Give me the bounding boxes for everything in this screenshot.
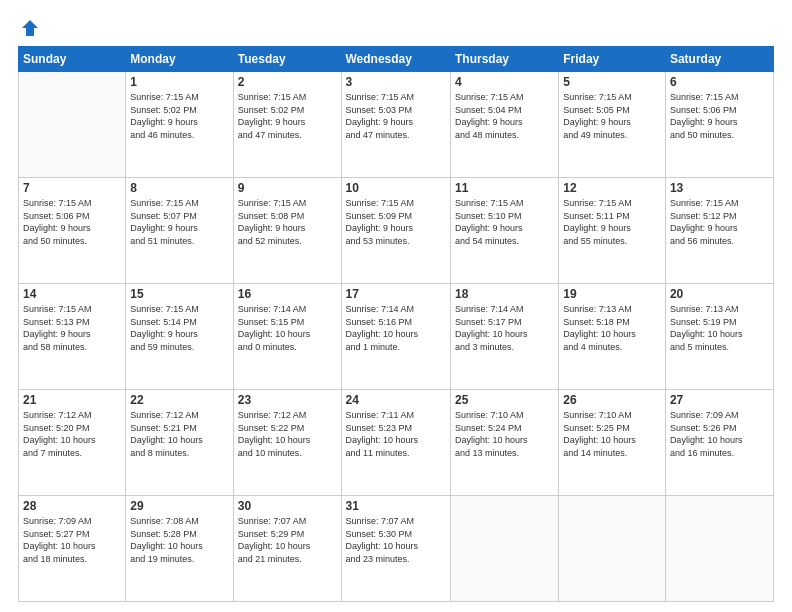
day-number: 11 <box>455 181 554 195</box>
day-cell: 5Sunrise: 7:15 AM Sunset: 5:05 PM Daylig… <box>559 72 666 178</box>
day-number: 3 <box>346 75 446 89</box>
day-info: Sunrise: 7:15 AM Sunset: 5:14 PM Dayligh… <box>130 303 228 353</box>
day-cell: 11Sunrise: 7:15 AM Sunset: 5:10 PM Dayli… <box>450 178 558 284</box>
calendar-header-row: SundayMondayTuesdayWednesdayThursdayFrid… <box>19 47 774 72</box>
day-cell <box>559 496 666 602</box>
day-info: Sunrise: 7:12 AM Sunset: 5:22 PM Dayligh… <box>238 409 337 459</box>
column-header-sunday: Sunday <box>19 47 126 72</box>
day-info: Sunrise: 7:15 AM Sunset: 5:08 PM Dayligh… <box>238 197 337 247</box>
day-cell: 8Sunrise: 7:15 AM Sunset: 5:07 PM Daylig… <box>126 178 233 284</box>
day-number: 25 <box>455 393 554 407</box>
day-info: Sunrise: 7:07 AM Sunset: 5:30 PM Dayligh… <box>346 515 446 565</box>
day-info: Sunrise: 7:11 AM Sunset: 5:23 PM Dayligh… <box>346 409 446 459</box>
week-row-1: 1Sunrise: 7:15 AM Sunset: 5:02 PM Daylig… <box>19 72 774 178</box>
column-header-saturday: Saturday <box>665 47 773 72</box>
day-info: Sunrise: 7:15 AM Sunset: 5:09 PM Dayligh… <box>346 197 446 247</box>
day-cell: 1Sunrise: 7:15 AM Sunset: 5:02 PM Daylig… <box>126 72 233 178</box>
column-header-tuesday: Tuesday <box>233 47 341 72</box>
day-cell: 6Sunrise: 7:15 AM Sunset: 5:06 PM Daylig… <box>665 72 773 178</box>
day-cell: 18Sunrise: 7:14 AM Sunset: 5:17 PM Dayli… <box>450 284 558 390</box>
day-cell: 7Sunrise: 7:15 AM Sunset: 5:06 PM Daylig… <box>19 178 126 284</box>
day-cell: 15Sunrise: 7:15 AM Sunset: 5:14 PM Dayli… <box>126 284 233 390</box>
day-number: 16 <box>238 287 337 301</box>
day-info: Sunrise: 7:15 AM Sunset: 5:06 PM Dayligh… <box>23 197 121 247</box>
logo <box>18 18 40 38</box>
day-info: Sunrise: 7:15 AM Sunset: 5:06 PM Dayligh… <box>670 91 769 141</box>
day-info: Sunrise: 7:09 AM Sunset: 5:26 PM Dayligh… <box>670 409 769 459</box>
day-cell: 4Sunrise: 7:15 AM Sunset: 5:04 PM Daylig… <box>450 72 558 178</box>
day-info: Sunrise: 7:09 AM Sunset: 5:27 PM Dayligh… <box>23 515 121 565</box>
day-cell: 2Sunrise: 7:15 AM Sunset: 5:02 PM Daylig… <box>233 72 341 178</box>
day-info: Sunrise: 7:15 AM Sunset: 5:05 PM Dayligh… <box>563 91 661 141</box>
day-info: Sunrise: 7:15 AM Sunset: 5:12 PM Dayligh… <box>670 197 769 247</box>
week-row-2: 7Sunrise: 7:15 AM Sunset: 5:06 PM Daylig… <box>19 178 774 284</box>
day-info: Sunrise: 7:15 AM Sunset: 5:03 PM Dayligh… <box>346 91 446 141</box>
day-number: 17 <box>346 287 446 301</box>
day-info: Sunrise: 7:15 AM Sunset: 5:10 PM Dayligh… <box>455 197 554 247</box>
day-cell <box>665 496 773 602</box>
column-header-thursday: Thursday <box>450 47 558 72</box>
day-info: Sunrise: 7:14 AM Sunset: 5:15 PM Dayligh… <box>238 303 337 353</box>
day-info: Sunrise: 7:13 AM Sunset: 5:18 PM Dayligh… <box>563 303 661 353</box>
day-cell <box>19 72 126 178</box>
day-info: Sunrise: 7:15 AM Sunset: 5:11 PM Dayligh… <box>563 197 661 247</box>
header <box>18 18 774 38</box>
logo-icon <box>20 18 40 38</box>
day-cell: 16Sunrise: 7:14 AM Sunset: 5:15 PM Dayli… <box>233 284 341 390</box>
day-number: 27 <box>670 393 769 407</box>
day-number: 26 <box>563 393 661 407</box>
day-cell: 14Sunrise: 7:15 AM Sunset: 5:13 PM Dayli… <box>19 284 126 390</box>
day-number: 22 <box>130 393 228 407</box>
day-info: Sunrise: 7:10 AM Sunset: 5:25 PM Dayligh… <box>563 409 661 459</box>
svg-marker-0 <box>22 20 38 36</box>
week-row-5: 28Sunrise: 7:09 AM Sunset: 5:27 PM Dayli… <box>19 496 774 602</box>
day-cell: 12Sunrise: 7:15 AM Sunset: 5:11 PM Dayli… <box>559 178 666 284</box>
day-number: 4 <box>455 75 554 89</box>
day-cell: 3Sunrise: 7:15 AM Sunset: 5:03 PM Daylig… <box>341 72 450 178</box>
day-number: 6 <box>670 75 769 89</box>
page: SundayMondayTuesdayWednesdayThursdayFrid… <box>0 0 792 612</box>
day-number: 20 <box>670 287 769 301</box>
day-cell: 26Sunrise: 7:10 AM Sunset: 5:25 PM Dayli… <box>559 390 666 496</box>
day-cell: 10Sunrise: 7:15 AM Sunset: 5:09 PM Dayli… <box>341 178 450 284</box>
day-cell: 28Sunrise: 7:09 AM Sunset: 5:27 PM Dayli… <box>19 496 126 602</box>
day-number: 23 <box>238 393 337 407</box>
day-info: Sunrise: 7:12 AM Sunset: 5:21 PM Dayligh… <box>130 409 228 459</box>
day-cell: 17Sunrise: 7:14 AM Sunset: 5:16 PM Dayli… <box>341 284 450 390</box>
day-cell: 23Sunrise: 7:12 AM Sunset: 5:22 PM Dayli… <box>233 390 341 496</box>
day-number: 9 <box>238 181 337 195</box>
day-cell: 20Sunrise: 7:13 AM Sunset: 5:19 PM Dayli… <box>665 284 773 390</box>
day-cell: 25Sunrise: 7:10 AM Sunset: 5:24 PM Dayli… <box>450 390 558 496</box>
day-info: Sunrise: 7:14 AM Sunset: 5:17 PM Dayligh… <box>455 303 554 353</box>
day-cell: 31Sunrise: 7:07 AM Sunset: 5:30 PM Dayli… <box>341 496 450 602</box>
calendar-table: SundayMondayTuesdayWednesdayThursdayFrid… <box>18 46 774 602</box>
day-cell: 19Sunrise: 7:13 AM Sunset: 5:18 PM Dayli… <box>559 284 666 390</box>
day-info: Sunrise: 7:12 AM Sunset: 5:20 PM Dayligh… <box>23 409 121 459</box>
day-info: Sunrise: 7:13 AM Sunset: 5:19 PM Dayligh… <box>670 303 769 353</box>
day-number: 2 <box>238 75 337 89</box>
day-number: 8 <box>130 181 228 195</box>
column-header-friday: Friday <box>559 47 666 72</box>
day-number: 13 <box>670 181 769 195</box>
day-number: 28 <box>23 499 121 513</box>
day-number: 19 <box>563 287 661 301</box>
day-number: 7 <box>23 181 121 195</box>
column-header-monday: Monday <box>126 47 233 72</box>
week-row-4: 21Sunrise: 7:12 AM Sunset: 5:20 PM Dayli… <box>19 390 774 496</box>
day-cell: 29Sunrise: 7:08 AM Sunset: 5:28 PM Dayli… <box>126 496 233 602</box>
day-cell: 9Sunrise: 7:15 AM Sunset: 5:08 PM Daylig… <box>233 178 341 284</box>
day-cell <box>450 496 558 602</box>
day-number: 15 <box>130 287 228 301</box>
day-cell: 30Sunrise: 7:07 AM Sunset: 5:29 PM Dayli… <box>233 496 341 602</box>
day-cell: 21Sunrise: 7:12 AM Sunset: 5:20 PM Dayli… <box>19 390 126 496</box>
day-info: Sunrise: 7:15 AM Sunset: 5:02 PM Dayligh… <box>238 91 337 141</box>
day-number: 30 <box>238 499 337 513</box>
calendar-body: 1Sunrise: 7:15 AM Sunset: 5:02 PM Daylig… <box>19 72 774 602</box>
day-number: 5 <box>563 75 661 89</box>
day-number: 12 <box>563 181 661 195</box>
day-number: 21 <box>23 393 121 407</box>
day-number: 14 <box>23 287 121 301</box>
day-number: 10 <box>346 181 446 195</box>
day-info: Sunrise: 7:15 AM Sunset: 5:02 PM Dayligh… <box>130 91 228 141</box>
day-info: Sunrise: 7:08 AM Sunset: 5:28 PM Dayligh… <box>130 515 228 565</box>
